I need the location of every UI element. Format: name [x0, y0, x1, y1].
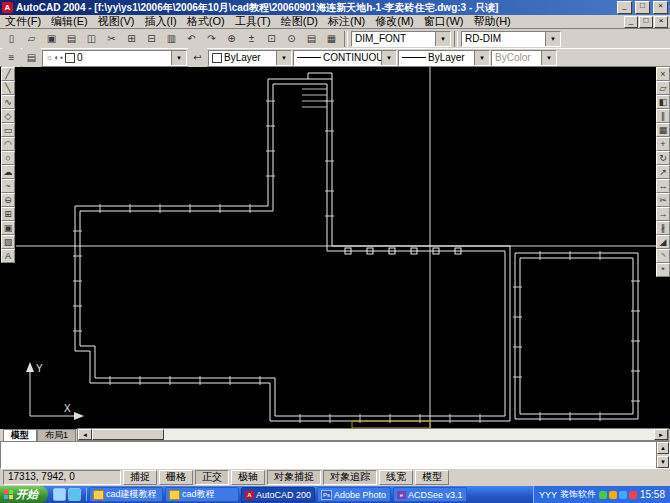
hatch-icon[interactable]: ▨ [1, 235, 15, 249]
line-icon[interactable]: ╱ [1, 67, 15, 81]
menu-item[interactable]: 标注(N) [323, 15, 370, 28]
chamfer-icon[interactable]: ◢ [656, 235, 670, 249]
menu-item[interactable]: 帮助(H) [469, 15, 516, 28]
tray-icon-blue[interactable] [619, 491, 627, 499]
text-style-combo[interactable]: DIM_FONT ▼ [351, 31, 451, 47]
trim-icon[interactable]: ✂ [656, 193, 670, 207]
task-button[interactable]: A AutoCAD 200... [241, 487, 315, 502]
chevron-down-icon[interactable]: ▼ [381, 51, 396, 65]
properties-icon[interactable]: ▤ [302, 29, 321, 48]
mdi-restore-button[interactable]: □ [639, 16, 653, 28]
layer-combo[interactable]: ☼◐▪ 0 ▼ [42, 50, 187, 66]
task-button[interactable]: Ps Adobe Photo... [317, 487, 391, 502]
copy-object-icon[interactable]: ▱ [656, 81, 670, 95]
layer-manager-icon[interactable]: ▤ [22, 48, 41, 67]
mirror-icon[interactable]: ◧ [656, 95, 670, 109]
pan-icon[interactable]: ⊕ [222, 29, 241, 48]
stretch-icon[interactable]: ↔ [656, 179, 670, 193]
chevron-down-icon[interactable]: ▼ [435, 32, 450, 46]
mdi-close-button[interactable]: × [654, 16, 668, 28]
copy-icon[interactable]: ⊞ [122, 29, 141, 48]
offset-icon[interactable]: ∥ [656, 109, 670, 123]
revision-cloud-icon[interactable]: ☁ [1, 165, 15, 179]
layer-previous-icon[interactable]: ↩ [188, 48, 207, 67]
print-preview-icon[interactable]: ◫ [82, 29, 101, 48]
scale-icon[interactable]: ↗ [656, 165, 670, 179]
mdi-minimize-button[interactable]: _ [624, 16, 638, 28]
floor-plan-canvas[interactable]: YX [16, 67, 656, 429]
menu-item[interactable]: 编辑(E) [46, 15, 93, 28]
erase-icon[interactable]: × [656, 67, 670, 81]
close-button[interactable]: × [653, 1, 668, 14]
construction-line-icon[interactable]: ╲ [1, 81, 15, 95]
new-icon[interactable]: ▯ [2, 29, 21, 48]
maximize-button[interactable]: □ [635, 1, 650, 14]
command-lines[interactable]: 指定相机位 <14640, 9786, 1334>: <正交 开 [1, 442, 656, 468]
redo-icon[interactable]: ↷ [202, 29, 221, 48]
arc-icon[interactable]: ◠ [1, 137, 15, 151]
zoom-window-icon[interactable]: ⊡ [262, 29, 281, 48]
status-toggle-button[interactable]: 正交 [195, 470, 229, 485]
layout-tab[interactable]: 布局1 [37, 429, 76, 441]
insert-block-icon[interactable]: ⊞ [1, 207, 15, 221]
color-combo[interactable]: ByLayer ▼ [208, 50, 292, 66]
status-toggle-button[interactable]: 对象追踪 [323, 470, 377, 485]
polyline-icon[interactable]: ∿ [1, 95, 15, 109]
minimize-button[interactable]: _ [617, 1, 632, 14]
design-center-icon[interactable]: ▦ [322, 29, 341, 48]
task-button[interactable]: cad建模教程 [89, 487, 163, 502]
move-icon[interactable]: + [656, 137, 670, 151]
scrollbar-thumb[interactable] [92, 429, 164, 440]
tray-icon-red[interactable] [629, 491, 637, 499]
mtext-icon[interactable]: A [1, 249, 15, 263]
menu-item[interactable]: 绘图(D) [276, 15, 323, 28]
scroll-right-icon[interactable]: ► [654, 429, 668, 440]
make-block-icon[interactable]: ▣ [1, 221, 15, 235]
start-button[interactable]: 开始 [0, 486, 48, 503]
break-icon[interactable]: ∦ [656, 221, 670, 235]
linetype-combo[interactable]: CONTINUOUS ▼ [293, 50, 397, 66]
command-scrollbar[interactable]: ▲ ▼ [656, 442, 669, 468]
menu-item[interactable]: 文件(F) [0, 15, 46, 28]
scrollbar-track[interactable] [164, 429, 654, 440]
menu-item[interactable]: 格式(O) [182, 15, 230, 28]
show-desktop-icon[interactable] [53, 488, 66, 501]
language-indicator[interactable]: YYY [539, 490, 557, 500]
status-toggle-button[interactable]: 捕捉 [123, 470, 157, 485]
chevron-down-icon[interactable]: ▼ [545, 32, 560, 46]
internet-explorer-icon[interactable] [68, 488, 81, 501]
spline-icon[interactable]: ~ [1, 179, 15, 193]
scroll-left-icon[interactable]: ◄ [78, 429, 92, 440]
chevron-down-icon[interactable]: ▼ [276, 51, 291, 65]
scroll-down-icon[interactable]: ▼ [657, 456, 669, 468]
status-toggle-button[interactable]: 线宽 [379, 470, 413, 485]
tray-icon-green[interactable] [599, 491, 607, 499]
menu-item[interactable]: 工具(T) [230, 15, 276, 28]
explode-icon[interactable]: * [656, 263, 670, 277]
chevron-down-icon[interactable]: ▼ [171, 51, 186, 65]
polygon-icon[interactable]: ◇ [1, 109, 15, 123]
rectangle-icon[interactable]: ▭ [1, 123, 15, 137]
fillet-icon[interactable]: ◝ [656, 249, 670, 263]
status-toggle-button[interactable]: 栅格 [159, 470, 193, 485]
cut-icon[interactable]: ✂ [102, 29, 121, 48]
status-toggle-button[interactable]: 对象捕捉 [267, 470, 321, 485]
task-button[interactable]: cad教程 [165, 487, 239, 502]
zoom-previous-icon[interactable]: ⊙ [282, 29, 301, 48]
tray-app-label[interactable]: 装饰软件 [560, 488, 596, 501]
zoom-realtime-icon[interactable]: ± [242, 29, 261, 48]
ellipse-icon[interactable]: ⊖ [1, 193, 15, 207]
tray-icon-orange[interactable] [609, 491, 617, 499]
circle-icon[interactable]: ○ [1, 151, 15, 165]
paste-icon[interactable]: ⊟ [142, 29, 161, 48]
drawing-area[interactable]: ╱╲∿◇▭◠○☁~⊖⊞▣▨A YX ×▱◧∥▦+↻↗↔✂→∦◢◝* [0, 67, 670, 429]
task-button[interactable]: e ACDSee v3.1... [393, 487, 467, 502]
extend-icon[interactable]: → [656, 207, 670, 221]
layout-tab[interactable]: 模型 [3, 429, 37, 441]
undo-icon[interactable]: ↶ [182, 29, 201, 48]
menu-item[interactable]: 窗口(W) [419, 15, 469, 28]
scroll-up-icon[interactable]: ▲ [657, 442, 669, 454]
status-toggle-button[interactable]: 极轴 [231, 470, 265, 485]
match-properties-icon[interactable]: ▥ [162, 29, 181, 48]
save-icon[interactable]: ▣ [42, 29, 61, 48]
